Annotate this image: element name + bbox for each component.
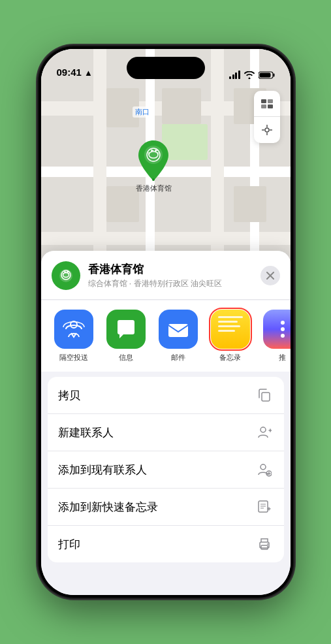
location-subtitle: 综合体育馆 · 香港特别行政区 油尖旺区 (88, 278, 253, 289)
status-time: 09:41 (57, 67, 82, 79)
more-icon (263, 310, 291, 349)
action-copy[interactable]: 拷贝 (48, 377, 284, 414)
share-item-more[interactable]: 推 (257, 310, 291, 362)
bottom-sheet: 香港体育馆 综合体育馆 · 香港特别行政区 油尖旺区 (41, 251, 291, 595)
svg-rect-2 (259, 72, 270, 77)
svg-point-21 (152, 178, 155, 181)
notes-label: 备忘录 (219, 353, 241, 362)
share-item-mail[interactable]: 邮件 (152, 310, 204, 362)
svg-rect-5 (261, 105, 266, 108)
share-row: 隔空投送 信息 (41, 300, 291, 372)
messages-label: 信息 (119, 353, 133, 362)
location-arrow-icon: ▲ (84, 68, 93, 78)
share-item-messages[interactable]: 信息 (100, 310, 152, 362)
location-info: 香港体育馆 综合体育馆 · 香港特别行政区 油尖旺区 (88, 262, 253, 289)
svg-rect-6 (268, 105, 273, 108)
mail-label: 邮件 (171, 353, 185, 362)
action-add-contact[interactable]: 添加到现有联系人 (48, 451, 284, 489)
action-list: 拷贝 新建联系人 (48, 377, 284, 562)
map-controls (254, 91, 280, 143)
location-name: 香港体育馆 (88, 262, 253, 277)
close-button[interactable] (260, 266, 280, 285)
action-copy-label: 拷贝 (58, 388, 80, 403)
action-new-contact[interactable]: 新建联系人 (48, 414, 284, 451)
map-type-button[interactable] (254, 91, 280, 117)
svg-point-51 (267, 543, 268, 545)
share-item-notes[interactable]: 备忘录 (204, 310, 257, 362)
svg-rect-35 (262, 393, 270, 401)
svg-rect-34 (168, 324, 188, 337)
pin-label: 香港体育馆 (136, 184, 172, 193)
signal-icon (229, 71, 240, 79)
messages-icon-wrap (106, 310, 146, 349)
airdrop-icon (54, 310, 93, 349)
battery-icon (259, 71, 275, 79)
more-icon-wrap (263, 310, 291, 349)
location-header: 香港体育馆 综合体育馆 · 香港特别行政区 油尖旺区 (41, 251, 291, 299)
more-dot-2 (281, 327, 285, 331)
messages-icon (106, 310, 146, 349)
printer-icon (255, 535, 274, 553)
person-plus-icon (255, 423, 274, 442)
action-print-label: 打印 (58, 537, 80, 552)
mail-icon-wrap (159, 310, 198, 349)
more-dot-3 (281, 334, 285, 338)
bottom-padding (41, 562, 291, 595)
location-icon (52, 261, 80, 290)
svg-point-7 (265, 128, 269, 132)
more-dot-1 (281, 321, 285, 325)
divider-1 (41, 299, 291, 300)
notes-icon (211, 310, 250, 349)
phone-frame: 09:41 ▲ (39, 46, 293, 598)
phone-screen: 09:41 ▲ (41, 49, 291, 595)
action-print[interactable]: 打印 (48, 526, 284, 562)
mail-icon (159, 310, 198, 349)
status-icons (229, 71, 275, 79)
svg-point-39 (260, 464, 266, 470)
share-item-airdrop[interactable]: 隔空投送 (48, 310, 100, 362)
wifi-icon (244, 71, 255, 79)
copy-icon (255, 386, 274, 404)
svg-point-36 (260, 427, 266, 432)
note-icon (255, 498, 274, 516)
more-label: 推 (279, 353, 286, 362)
action-new-contact-label: 新建联系人 (58, 425, 114, 440)
location-pin: 香港体育馆 (136, 139, 172, 193)
svg-rect-3 (261, 99, 266, 103)
notes-icon-wrap (211, 310, 250, 349)
person-add-icon (255, 460, 274, 479)
svg-rect-1 (273, 73, 274, 76)
airdrop-icon-wrap (54, 310, 93, 349)
location-button[interactable] (254, 117, 280, 143)
svg-rect-50 (261, 545, 268, 549)
map-label-south-gate: 南口 (133, 106, 152, 118)
action-add-contact-label: 添加到现有联系人 (58, 462, 147, 477)
dynamic-island (127, 57, 205, 79)
airdrop-label: 隔空投送 (59, 353, 88, 362)
notes-lines (218, 316, 243, 334)
action-quick-note[interactable]: 添加到新快速备忘录 (48, 489, 284, 526)
svg-rect-4 (268, 99, 273, 103)
action-quick-note-label: 添加到新快速备忘录 (58, 500, 158, 515)
